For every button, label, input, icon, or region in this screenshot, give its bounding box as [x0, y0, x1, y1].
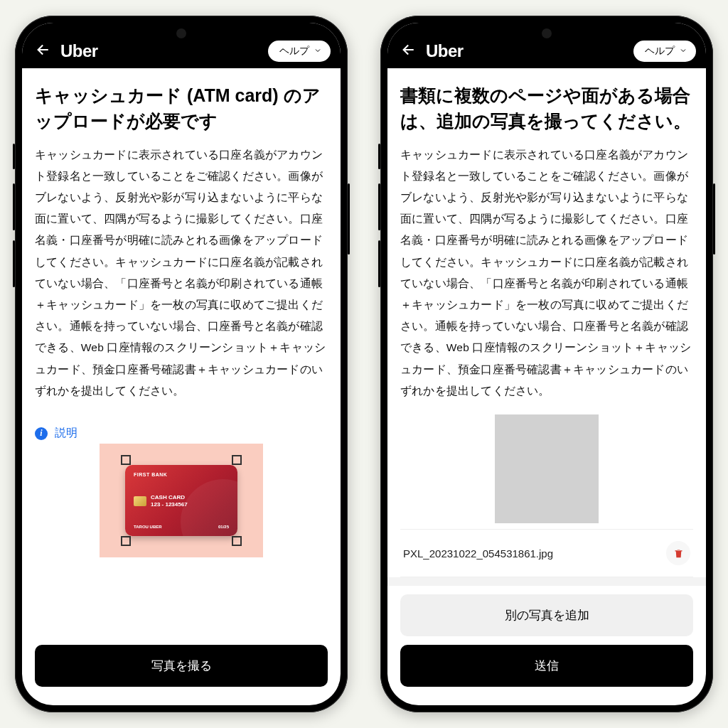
add-another-photo-button[interactable]: 別の写真を追加 — [400, 594, 693, 636]
help-button[interactable]: ヘルプ — [633, 41, 696, 62]
card-type: CASH CARD — [151, 494, 188, 500]
card-holder: TAROU UBER — [134, 525, 162, 529]
info-icon: i — [35, 427, 48, 440]
app-logo: Uber — [60, 41, 258, 61]
top-bar: Uber ヘルプ — [387, 23, 706, 68]
top-bar: Uber ヘルプ — [22, 23, 341, 68]
page-title: キャッシュカード (ATM card) のアップロードが必要です — [35, 82, 328, 134]
instruction-text: キャッシュカードに表示されている口座名義がアカウント登録名と一致していることをご… — [400, 144, 693, 402]
chevron-down-icon — [679, 46, 687, 57]
chevron-down-icon — [314, 46, 322, 57]
trash-icon — [673, 548, 684, 559]
card-number: 123 - 1234567 — [151, 501, 188, 508]
take-photo-button[interactable]: 写真を撮る — [35, 645, 328, 687]
help-button-label: ヘルプ — [645, 45, 675, 58]
explain-link[interactable]: 説明 — [55, 426, 77, 441]
submit-button[interactable]: 送信 — [400, 645, 693, 687]
app-logo: Uber — [426, 41, 623, 61]
uploaded-file-row: PXL_20231022_054531861.jpg — [400, 529, 693, 577]
page-title: 書類に複数のページや面がある場合は、追加の写真を撮ってください。 — [400, 82, 693, 134]
delete-file-button[interactable] — [666, 541, 690, 565]
card-chip-icon — [134, 496, 146, 506]
help-button-label: ヘルプ — [279, 45, 309, 58]
sample-card-image: FIRST BANK CASH CARD 123 - 1234567 TAROU… — [100, 444, 263, 557]
help-button[interactable]: ヘルプ — [268, 41, 331, 62]
instruction-text: キャッシュカードに表示されている口座名義がアカウント登録名と一致していることをご… — [35, 144, 328, 402]
uploaded-thumbnail[interactable] — [495, 414, 599, 523]
back-arrow-icon[interactable] — [32, 41, 50, 62]
card-bank: FIRST BANK — [134, 472, 229, 477]
back-arrow-icon[interactable] — [397, 41, 416, 62]
uploaded-filename: PXL_20231022_054531861.jpg — [403, 547, 659, 560]
phone-left: Uber ヘルプ キャッシュカード (ATM card) のアップロードが必要で… — [15, 16, 348, 712]
phone-right: Uber ヘルプ 書類に複数のページや面がある場合は、追加の写真を撮ってください… — [380, 16, 713, 712]
